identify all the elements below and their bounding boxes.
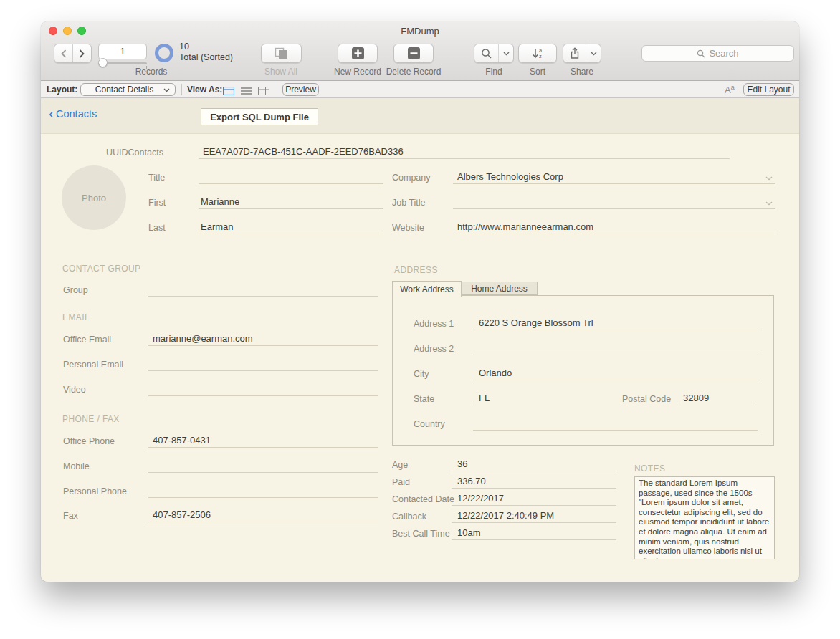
mobile-field[interactable] (148, 458, 378, 473)
address1-field[interactable]: 6220 S Orange Blossom Trl (473, 316, 758, 330)
previous-record-button[interactable] (54, 44, 72, 62)
layout-selector[interactable]: Contact Details (80, 83, 176, 96)
video-label: Video (63, 385, 86, 395)
callback-label: Callback (392, 511, 426, 522)
office-phone-label: Office Phone (63, 436, 115, 446)
country-field[interactable] (473, 416, 758, 431)
uuid-field[interactable]: EEA7A07D-7ACB-451C-AADF-2EED76BAD336 (199, 145, 730, 159)
tab-home-address[interactable]: Home Address (462, 282, 538, 295)
show-all-button[interactable] (261, 44, 302, 63)
chevron-down-icon (591, 52, 597, 56)
state-label: State (414, 394, 434, 404)
find-main-button[interactable] (474, 44, 498, 62)
show-all-label: Show All (249, 67, 313, 77)
notes-field[interactable]: The standard Lorem Ipsum passage, used s… (634, 476, 775, 559)
best-call-time-label: Best Call Time (392, 529, 450, 539)
city-label: City (414, 369, 429, 379)
records-label: Records (119, 67, 183, 77)
title-field[interactable] (199, 170, 383, 184)
chevron-down-icon (163, 88, 170, 92)
view-form-button[interactable] (223, 85, 234, 98)
first-name-label: First (148, 198, 166, 208)
age-field[interactable]: 36 (452, 457, 616, 471)
website-label: Website (392, 223, 424, 233)
list-view-icon (241, 87, 252, 95)
group-field[interactable] (148, 282, 378, 297)
phone-fax-section-header: PHONE / FAX (62, 414, 120, 424)
divider (181, 84, 182, 95)
total-count: 10 (179, 42, 189, 52)
share-dropdown-button[interactable] (586, 44, 601, 62)
contacted-date-field[interactable]: 12/22/2017 (452, 491, 616, 506)
first-name-field[interactable]: Marianne (199, 195, 383, 209)
view-as-label: View As: (187, 85, 222, 95)
photo-container-field[interactable]: Photo (62, 165, 126, 230)
content-header-band (41, 98, 799, 134)
new-record-label: New Record (325, 67, 390, 77)
table-view-icon (258, 87, 269, 95)
age-label: Age (392, 460, 408, 470)
address1-label: Address 1 (414, 319, 454, 329)
city-field[interactable]: Orlando (473, 366, 758, 380)
new-record-button[interactable] (338, 44, 378, 63)
sort-az-icon: a z (532, 47, 544, 59)
svg-text:z: z (539, 53, 542, 59)
show-all-stack-icon (275, 47, 289, 59)
office-email-field[interactable]: marianne@earman.com (148, 332, 378, 346)
window-title: FMDump (41, 26, 799, 37)
chevron-down-icon (503, 52, 510, 56)
fax-field[interactable]: 407-857-2506 (148, 508, 378, 522)
app-window: FMDump 1 Records 10 Total (Sorted) Show … (41, 21, 799, 582)
last-name-field[interactable]: Earman (199, 220, 383, 234)
office-phone-field[interactable]: 407-857-0431 (148, 433, 378, 448)
chevron-right-icon (79, 49, 85, 58)
tab-home-address-label: Home Address (471, 284, 528, 294)
website-field[interactable]: http://www.marianneearman.com (453, 220, 775, 234)
job-title-field[interactable] (453, 195, 775, 209)
chevron-left-icon (60, 49, 67, 58)
callback-field[interactable]: 12/22/2017 2:40:49 PM (452, 509, 616, 523)
postal-code-label: Postal Code (622, 394, 671, 404)
record-slider-thumb[interactable] (98, 58, 108, 67)
search-input[interactable]: Search (641, 45, 794, 62)
delete-record-button[interactable] (393, 44, 434, 63)
delete-record-label: Delete Record (381, 67, 446, 77)
address2-field[interactable] (473, 341, 758, 355)
state-field[interactable]: FL (473, 391, 641, 405)
found-set-pie-icon[interactable] (155, 44, 173, 62)
contact-group-section-header: CONTACT GROUP (62, 264, 140, 274)
record-nav-buttons (54, 44, 92, 63)
next-record-button[interactable] (72, 44, 91, 62)
personal-phone-field[interactable] (148, 484, 378, 498)
paid-field[interactable]: 336.70 (452, 474, 616, 489)
export-sql-dump-button[interactable]: Export SQL Dump File (201, 108, 318, 125)
view-list-button[interactable] (241, 85, 252, 98)
sort-button[interactable]: a z (518, 44, 557, 63)
preview-button[interactable]: Preview (282, 83, 319, 96)
personal-email-field[interactable] (148, 357, 378, 371)
find-dropdown-button[interactable] (498, 44, 513, 62)
minus-icon (408, 47, 420, 59)
personal-email-label: Personal Email (63, 360, 123, 370)
share-icon (569, 47, 581, 59)
company-value: Albers Technologies Corp (457, 171, 563, 182)
edit-layout-button[interactable]: Edit Layout (743, 83, 794, 96)
company-field[interactable]: Albers Technologies Corp (453, 170, 775, 184)
postal-code-field[interactable]: 32809 (677, 391, 756, 405)
best-call-time-field[interactable]: 10am (452, 526, 616, 540)
form-view-icon (223, 87, 234, 95)
back-to-contacts-link[interactable]: ‹ Contacts (49, 108, 97, 120)
video-field[interactable] (148, 382, 378, 396)
view-table-button[interactable] (258, 85, 269, 98)
edit-layout-button-label: Edit Layout (747, 85, 790, 95)
search-icon (697, 49, 705, 58)
company-label: Company (392, 173, 431, 183)
paid-label: Paid (392, 477, 410, 487)
last-name-label: Last (148, 223, 166, 233)
search-magnifier-icon (481, 48, 492, 59)
share-main-button[interactable] (563, 44, 586, 62)
text-formatting-icon[interactable]: Aa (725, 84, 735, 95)
current-record-field[interactable]: 1 (98, 44, 147, 59)
personal-phone-label: Personal Phone (63, 486, 127, 496)
tab-work-address[interactable]: Work Address (392, 281, 462, 297)
